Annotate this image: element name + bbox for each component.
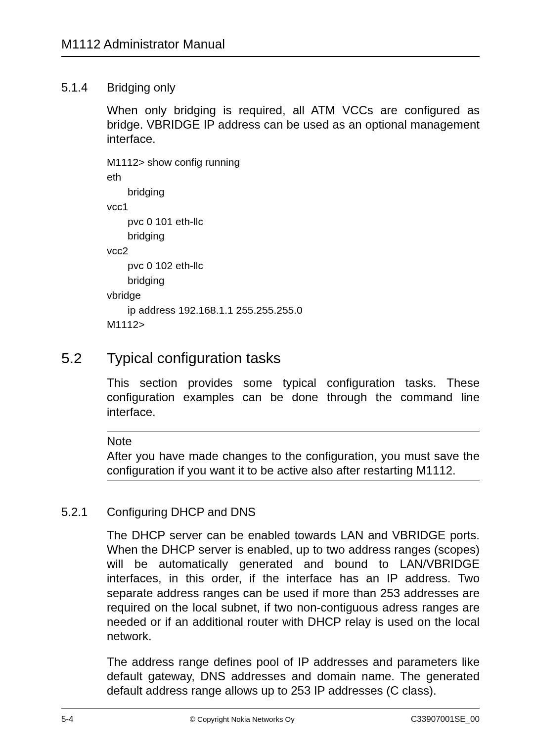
- paragraph: The address range defines pool of IP add…: [107, 655, 480, 698]
- section-52-body: This section provides some typical confi…: [107, 376, 480, 480]
- section-title: Typical configuration tasks: [107, 350, 281, 367]
- section-number: 5.1.4: [61, 81, 107, 94]
- note-label: Note: [107, 434, 480, 448]
- page: M1112 Administrator Manual 5.1.4 Bridgin…: [0, 0, 534, 756]
- section-number: 5.2: [61, 350, 107, 367]
- section-514-body: When only bridging is required, all ATM …: [107, 103, 480, 332]
- code-line: vcc1: [107, 201, 128, 212]
- note-rule-top: [107, 431, 480, 431]
- paragraph: The DHCP server can be enabled towards L…: [107, 528, 480, 644]
- code-line: eth: [107, 171, 121, 183]
- paragraph: When only bridging is required, all ATM …: [107, 103, 480, 146]
- page-number: 5-4: [61, 714, 74, 724]
- content-body: 5.1.4 Bridging only When only bridging i…: [61, 81, 480, 698]
- code-line: M1112>: [107, 319, 144, 330]
- section-52-heading: 5.2 Typical configuration tasks: [61, 350, 480, 367]
- section-title: Bridging only: [107, 81, 176, 94]
- doc-id: C33907001SE_00: [411, 714, 480, 724]
- code-line: bridging: [107, 185, 165, 199]
- code-line: bridging: [107, 229, 165, 243]
- section-521-heading: 5.2.1 Configuring DHCP and DNS: [61, 505, 480, 519]
- code-line: vbridge: [107, 289, 141, 301]
- running-header: M1112 Administrator Manual: [61, 37, 480, 52]
- header-rule: [61, 56, 480, 57]
- code-line: bridging: [107, 273, 165, 288]
- code-line: M1112> show config running: [107, 156, 240, 168]
- section-title: Configuring DHCP and DNS: [107, 505, 256, 519]
- section-number: 5.2.1: [61, 505, 107, 519]
- footer-rule: [61, 708, 480, 709]
- section-514-heading: 5.1.4 Bridging only: [61, 81, 480, 94]
- footer-row: 5-4 © Copyright Nokia Networks Oy C33907…: [61, 714, 480, 724]
- copyright: © Copyright Nokia Networks Oy: [190, 715, 295, 723]
- note-rule-bottom: [107, 480, 480, 480]
- footer: 5-4 © Copyright Nokia Networks Oy C33907…: [61, 708, 480, 724]
- code-line: pvc 0 102 eth-llc: [107, 258, 203, 273]
- section-521-body: The DHCP server can be enabled towards L…: [107, 528, 480, 698]
- code-line: ip address 192.168.1.1 255.255.255.0: [107, 303, 303, 318]
- config-listing: M1112> show config running eth bridging …: [107, 155, 480, 332]
- paragraph: This section provides some typical confi…: [107, 376, 480, 419]
- note-body: After you have made changes to the confi…: [107, 449, 480, 478]
- code-line: pvc 0 101 eth-llc: [107, 214, 203, 229]
- code-line: vcc2: [107, 245, 128, 256]
